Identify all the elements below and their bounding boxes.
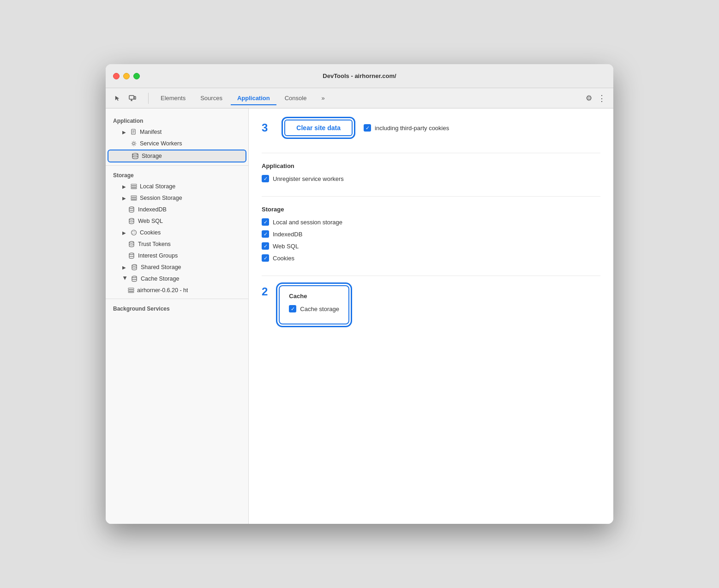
indexeddb-icon [128,206,135,213]
svg-rect-12 [131,188,137,189]
svg-rect-1 [134,96,136,99]
third-party-label: including third-party cookies [375,125,449,132]
device-icon[interactable] [126,92,139,105]
indexeddb-option-label: IndexedDB [273,231,302,238]
sidebar-item-shared-storage[interactable]: ▶ Shared Storage [108,262,246,273]
third-party-checkbox[interactable]: ✓ [364,124,371,132]
badge-3: 3 [262,121,268,134]
tab-divider [148,93,149,104]
svg-rect-15 [131,199,137,200]
sidebar-item-interest-groups[interactable]: Interest Groups [108,250,246,261]
session-storage-icon [131,195,137,201]
storage-options-section: Storage ✓ Local and session storage ✓ In… [262,206,600,276]
manifest-icon [131,129,137,135]
window-title: DevTools - airhorner.com/ [323,72,396,79]
svg-point-18 [132,230,137,235]
ss-arrow: ▶ [122,196,128,201]
sidebar-item-service-workers[interactable]: Service Workers [108,138,246,149]
sidebar-item-storage[interactable]: 1 Storage [108,150,246,162]
title-bar: DevTools - airhorner.com/ [106,64,613,88]
more-options-icon[interactable]: ⋮ [596,91,608,105]
indexeddb-checkbox[interactable]: ✓ [262,230,269,238]
sidebar-item-session-storage[interactable]: ▶ Session Storage [108,192,246,204]
ls-arrow: ▶ [122,184,128,189]
svg-rect-10 [131,184,137,186]
cache-arrow: ▶ [123,276,128,282]
tab-more[interactable]: » [315,91,331,105]
maximize-button[interactable] [133,73,140,79]
tab-sources[interactable]: Sources [194,91,229,105]
cache-section: 2 Cache ✓ Cache storage [262,285,600,334]
unregister-sw-label: Unregister service workers [273,175,344,182]
local-storage-icon [131,184,137,189]
manifest-label: Manifest [140,129,162,135]
app-section-label: Application [106,114,248,126]
storage-selected-label: Storage [142,153,162,159]
unregister-sw-checkbox[interactable]: ✓ [262,175,269,182]
svg-rect-14 [131,198,137,199]
svg-point-20 [134,231,135,232]
sidebar-item-cache-entry[interactable]: airhorner-0.6.20 - ht [108,285,246,296]
storage-icon [132,153,139,159]
websql-checkbox[interactable]: ✓ [262,242,269,250]
tab-application[interactable]: Application [231,91,276,105]
local-storage-label: Local Storage [140,183,175,190]
sidebar-item-local-storage[interactable]: ▶ Local Storage [108,181,246,192]
tab-elements[interactable]: Elements [154,91,192,105]
svg-point-25 [132,264,137,266]
svg-point-26 [132,276,137,278]
sidebar-item-cache-storage[interactable]: ▶ Cache Storage [108,273,246,284]
svg-point-23 [129,241,134,243]
cache-storage-checkbox[interactable]: ✓ [289,305,296,312]
unregister-sw-row: ✓ Unregister service workers [262,175,600,182]
cookies-label: Cookies [140,229,161,236]
storage-options-title: Storage [262,206,600,213]
bg-services-label: Background Services [106,302,248,314]
cookie-icon [131,229,137,236]
tab-console[interactable]: Console [278,91,313,105]
app-options-title: Application [262,162,600,169]
cache-storage-label: Cache Storage [141,276,179,282]
shared-storage-icon [131,264,138,270]
cookies-option-row: ✓ Cookies [262,254,600,262]
svg-point-19 [132,231,133,232]
sidebar-item-websql[interactable]: Web SQL [108,216,246,227]
minimize-button[interactable] [123,73,130,79]
sidebar-divider-1 [106,165,248,166]
cache-storage-option-label: Cache storage [300,306,339,312]
right-panel: 3 Clear site data ✓ including third-part… [249,108,613,524]
cache-box: Cache ✓ Cache storage [279,285,349,324]
gear-icon [131,140,137,147]
local-session-label: Local and session storage [273,219,342,226]
svg-point-8 [133,143,135,145]
svg-rect-27 [128,288,134,289]
svg-rect-28 [128,290,134,291]
sidebar-item-manifest[interactable]: ▶ Manifest [108,126,246,138]
cursor-icon[interactable] [111,92,124,105]
indexeddb-row: ✓ IndexedDB [262,230,600,238]
sidebar-item-cookies[interactable]: ▶ Cookies [108,227,246,238]
sidebar-item-indexeddb[interactable]: IndexedDB [108,204,246,215]
arrow-icon: ▶ [122,130,128,135]
cookies-arrow: ▶ [122,230,128,235]
cookies-checkbox[interactable]: ✓ [262,254,269,262]
trust-tokens-icon [128,241,135,247]
interest-groups-icon [128,252,135,259]
third-party-row: ✓ including third-party cookies [364,124,449,132]
websql-option-label: Web SQL [273,243,299,250]
sidebar: Application ▶ Manifest Service Workers [106,108,249,524]
app-options-section: Application ✓ Unregister service workers [262,162,600,197]
cache-storage-row: ✓ Cache storage [289,305,339,312]
svg-rect-0 [129,96,134,99]
settings-icon[interactable]: ⚙ [584,92,594,104]
local-session-checkbox[interactable]: ✓ [262,218,269,226]
sidebar-item-trust-tokens[interactable]: Trust Tokens [108,239,246,250]
websql-row: ✓ Web SQL [262,242,600,250]
main-content: Application ▶ Manifest Service Workers [106,108,613,524]
cache-entry-icon [128,288,134,293]
cache-storage-icon [131,276,138,282]
close-button[interactable] [113,73,120,79]
svg-point-21 [134,233,135,234]
clear-site-button[interactable]: Clear site data [284,120,353,136]
traffic-lights [113,73,140,79]
